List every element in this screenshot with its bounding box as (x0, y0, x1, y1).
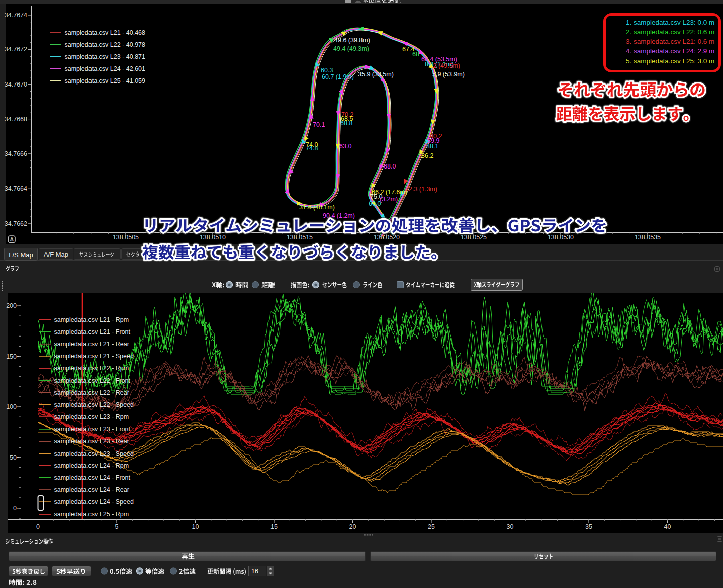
svg-text:A/F Map: A/F Map (44, 250, 68, 258)
svg-text:200: 200 (6, 302, 17, 309)
svg-text:34.7666: 34.7666 (5, 150, 27, 157)
svg-text:138.0530: 138.0530 (548, 234, 574, 241)
svg-text:138.0525: 138.0525 (461, 234, 487, 241)
svg-text:138.0535: 138.0535 (635, 234, 661, 241)
svg-text:68.8: 68.8 (340, 120, 352, 127)
svg-text:sampledata.csv L24 - Speed: sampledata.csv L24 - Speed (54, 498, 134, 506)
svg-text:16: 16 (251, 568, 258, 575)
svg-text:sampledata.csv L22 - Rear: sampledata.csv L22 - Rear (54, 389, 129, 396)
svg-text:0: 0 (36, 523, 40, 530)
svg-text:sampledata.csv L21 - Speed: sampledata.csv L21 - Speed (54, 353, 134, 360)
svg-text:sampledata.csv L21 - Rear: sampledata.csv L21 - Rear (54, 341, 129, 348)
svg-text:sampledata.csv L21 - 40.468: sampledata.csv L21 - 40.468 (65, 29, 146, 36)
svg-text:50: 50 (10, 454, 17, 461)
svg-text:sampledata.csv L24 - Front: sampledata.csv L24 - Front (54, 474, 131, 481)
svg-text:70.1: 70.1 (313, 121, 325, 128)
svg-text:L/S Map: L/S Map (9, 251, 33, 259)
svg-text:30: 30 (507, 523, 514, 530)
svg-text:31.6 (40.1m): 31.6 (40.1m) (299, 204, 335, 211)
svg-text:sampledata.csv L23 - Rear: sampledata.csv L23 - Rear (54, 438, 129, 445)
svg-text:34.7670: 34.7670 (5, 81, 27, 88)
svg-text:100: 100 (6, 403, 17, 410)
svg-text:15: 15 (270, 523, 278, 530)
svg-text:sampledata.csv L24 - 42.601: sampledata.csv L24 - 42.601 (65, 65, 146, 72)
svg-text:49.4 (49.3m): 49.4 (49.3m) (333, 45, 369, 52)
svg-text:5: 5 (115, 523, 119, 530)
svg-text:90.4 (1.2m): 90.4 (1.2m) (323, 212, 355, 219)
svg-text:40: 40 (664, 523, 671, 530)
svg-text:sampledata.csv L25 - 41.059: sampledata.csv L25 - 41.059 (65, 77, 146, 85)
svg-text:138.0515: 138.0515 (287, 234, 313, 241)
svg-text:63.0: 63.0 (339, 143, 351, 150)
svg-text:sampledata.csv L23 - Front: sampledata.csv L23 - Front (54, 426, 131, 433)
svg-text:49.6 (39.8m): 49.6 (39.8m) (334, 37, 370, 44)
svg-text:34.7668: 34.7668 (5, 116, 27, 123)
svg-text:60.3: 60.3 (321, 67, 333, 74)
svg-text:20: 20 (349, 523, 356, 530)
svg-text:60.0: 60.0 (369, 200, 381, 207)
svg-text:34.7662: 34.7662 (5, 220, 27, 227)
svg-text:34.7664: 34.7664 (5, 185, 27, 192)
svg-text:82.3 (1.3m): 82.3 (1.3m) (405, 186, 437, 193)
svg-text:68.0: 68.0 (384, 163, 396, 170)
svg-text:sampledata.csv L23 - Speed: sampledata.csv L23 - Speed (54, 450, 134, 457)
svg-text:60.7 (1.9m): 60.7 (1.9m) (322, 73, 354, 80)
svg-text:138.0505: 138.0505 (113, 234, 139, 241)
svg-text:sampledata.csv L21 - Rpm: sampledata.csv L21 - Rpm (54, 316, 129, 323)
svg-text:88.1: 88.1 (426, 143, 438, 150)
svg-text:sampledata.csv L22 - Rpm: sampledata.csv L22 - Rpm (54, 365, 129, 372)
svg-text:86.2: 86.2 (421, 152, 433, 159)
svg-text:sampledata.csv L23 - Rpm: sampledata.csv L23 - Rpm (54, 413, 129, 421)
svg-text:35: 35 (585, 523, 592, 530)
svg-text:138.0520: 138.0520 (374, 234, 400, 241)
svg-text:138.0510: 138.0510 (200, 234, 226, 241)
svg-text:.2 (49.5m): .2 (49.5m) (431, 62, 460, 69)
svg-text:sampledata.csv L22 - Speed: sampledata.csv L22 - Speed (54, 401, 134, 408)
svg-text:(3.2m): (3.2m) (380, 196, 398, 203)
svg-text:35.9 (33.5m): 35.9 (33.5m) (358, 71, 394, 78)
svg-text:0: 0 (13, 505, 17, 512)
svg-text:34.7674: 34.7674 (5, 12, 27, 19)
svg-text:sampledata.csv L21 - Front: sampledata.csv L21 - Front (54, 328, 131, 335)
svg-text:150: 150 (6, 353, 17, 360)
svg-text:5.9 (53.9m): 5.9 (53.9m) (432, 71, 465, 78)
svg-text:sampledata.csv L22 - Front: sampledata.csv L22 - Front (54, 377, 131, 384)
svg-text:25: 25 (428, 523, 435, 530)
svg-text:34.7672: 34.7672 (5, 46, 27, 53)
svg-text:sampledata.csv L25 - Rpm: sampledata.csv L25 - Rpm (54, 511, 129, 518)
svg-text:sampledata.csv L23 - 40.871: sampledata.csv L23 - 40.871 (65, 53, 146, 60)
svg-text:A: A (10, 236, 14, 242)
svg-text:10: 10 (192, 523, 199, 530)
svg-text:sampledata.csv L24 - Rpm: sampledata.csv L24 - Rpm (54, 462, 129, 469)
svg-text:sampledata.csv L22 - 40.978: sampledata.csv L22 - 40.978 (65, 41, 146, 48)
svg-text:74.8: 74.8 (306, 145, 318, 152)
svg-text:sampledata.csv L24 - Rear: sampledata.csv L24 - Rear (54, 486, 129, 493)
svg-text:68: 68 (412, 51, 419, 58)
